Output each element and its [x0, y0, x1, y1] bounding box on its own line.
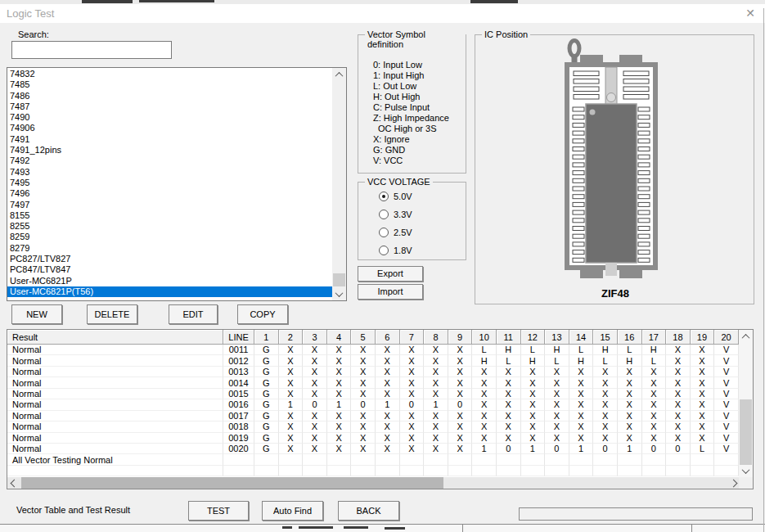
scroll-up-icon[interactable] — [332, 68, 346, 81]
vector-cell — [593, 466, 618, 476]
edit-button[interactable]: EDIT — [169, 304, 218, 324]
vector-cell — [279, 466, 304, 476]
list-item[interactable]: 7495 — [7, 178, 332, 188]
auto-find-button[interactable]: Auto Find — [262, 501, 323, 521]
list-scrollbar[interactable] — [332, 68, 346, 300]
vector-cell: X — [400, 355, 425, 366]
vector-cell: X — [279, 355, 304, 366]
vector-cell — [424, 454, 448, 465]
vector-cell: X — [497, 367, 521, 377]
vector-cell: X — [327, 377, 352, 388]
vector-cell: X — [666, 422, 691, 432]
list-item[interactable]: User-MC6821P(T56) — [7, 286, 332, 297]
list-item[interactable]: 7496 — [7, 188, 332, 199]
copy-button[interactable]: COPY — [237, 304, 288, 324]
scroll-right-icon[interactable] — [727, 477, 740, 489]
scroll-left-icon[interactable] — [7, 477, 20, 489]
vector-cell: X — [424, 422, 448, 432]
vector-cell: X — [618, 389, 642, 399]
device-listbox[interactable]: 7483274857486748774907490674917491_12pin… — [7, 67, 347, 301]
list-item[interactable]: 7486 — [7, 91, 332, 101]
ic-position-group-title: IC Position — [482, 29, 530, 39]
table-vertical-scrollbar[interactable] — [739, 330, 753, 477]
table-horizontal-scrollbar[interactable] — [7, 477, 740, 489]
vector-cell: X — [400, 433, 425, 444]
list-item[interactable]: PC827/LTV827 — [7, 254, 332, 264]
vector-cell: X — [327, 444, 352, 454]
scrollbar-thumb[interactable] — [333, 273, 345, 286]
line-cell — [223, 454, 254, 465]
list-item[interactable]: 7492 — [7, 156, 332, 166]
vector-cell: X — [448, 345, 473, 355]
vector-cell — [351, 466, 376, 476]
search-label: Search: — [18, 29, 49, 39]
list-item[interactable]: 7491_12pins — [7, 145, 332, 156]
list-item[interactable]: 7490 — [7, 112, 332, 123]
result-cell: Normal — [7, 399, 223, 410]
list-item[interactable]: 7493 — [7, 167, 332, 178]
vector-cell: L — [521, 345, 546, 355]
vector-cell: X — [303, 367, 327, 377]
import-button[interactable]: Import — [358, 284, 423, 300]
new-button[interactable]: NEW — [11, 304, 62, 324]
list-item[interactable]: 8255 — [7, 221, 332, 232]
vector-cell — [521, 454, 546, 465]
vector-cell: V — [714, 422, 739, 432]
scrollbar-thumb[interactable] — [740, 399, 752, 465]
test-button[interactable]: TEST — [188, 501, 249, 521]
vector-cell: G — [254, 367, 279, 377]
vector-cell: X — [497, 411, 521, 422]
vcc-option[interactable]: 2.5V — [379, 227, 466, 237]
vector-cell: X — [303, 345, 327, 355]
scrollbar-thumb[interactable] — [21, 477, 443, 489]
list-item[interactable]: PC847/LTV847 — [7, 264, 332, 275]
vector-cell: H — [472, 355, 497, 366]
list-item[interactable]: User-MC6821P — [7, 276, 332, 286]
background-artifact — [0, 524, 765, 532]
vcc-option[interactable]: 5.0V — [379, 191, 466, 201]
symbol-definition-line: L: Out Low — [373, 81, 466, 92]
scroll-up-icon[interactable] — [739, 330, 753, 343]
table-row: Normal0017GXXXXXXXXXXXXXXXXXXV — [7, 411, 753, 422]
vector-cell: X — [376, 389, 400, 399]
scroll-down-icon[interactable] — [739, 464, 753, 477]
list-item[interactable]: 7491 — [7, 134, 332, 145]
vector-cell — [691, 466, 715, 476]
export-button[interactable]: Export — [358, 266, 423, 282]
list-item[interactable]: 7485 — [7, 79, 332, 90]
back-button[interactable]: BACK — [338, 501, 399, 521]
table-row: Normal0011GXXXXXXXXLHLHLHLHXXV — [7, 345, 753, 355]
vector-result-table[interactable]: ResultLINE123456789101112131415161718192… — [7, 329, 754, 489]
list-item[interactable]: 8155 — [7, 210, 332, 221]
list-item[interactable]: 8279 — [7, 243, 332, 254]
vcc-option[interactable]: 1.8V — [379, 245, 466, 255]
table-header-cell: 18 — [666, 330, 691, 345]
vcc-option[interactable]: 3.3V — [379, 209, 466, 219]
list-item[interactable]: 74832 — [7, 69, 332, 79]
radio-button-icon[interactable] — [379, 210, 389, 219]
list-item[interactable]: 8259 — [7, 232, 332, 242]
radio-button-icon[interactable] — [379, 192, 389, 201]
vector-cell — [642, 466, 667, 476]
list-item[interactable]: 7487 — [7, 101, 332, 112]
vector-cell: X — [618, 411, 642, 422]
list-item[interactable]: 74906 — [7, 123, 332, 133]
vector-cell: X — [642, 367, 667, 377]
vector-cell: L — [472, 345, 497, 355]
close-icon[interactable]: ✕ — [741, 6, 759, 21]
vector-cell: X — [569, 399, 594, 410]
vector-cell: X — [642, 422, 667, 432]
vector-cell: X — [279, 433, 304, 444]
radio-button-icon[interactable] — [379, 228, 389, 237]
vector-cell: X — [351, 422, 376, 432]
delete-button[interactable]: DELETE — [87, 304, 137, 324]
symbol-definition-line: OC High or 3S — [378, 124, 466, 134]
table-row: Normal0014GXXXXXXXXXXXXXXXXXXV — [7, 377, 753, 388]
search-input[interactable] — [11, 41, 172, 59]
scroll-down-icon[interactable] — [332, 287, 346, 300]
list-item[interactable]: 7497 — [7, 200, 332, 210]
vector-cell: X — [691, 377, 715, 388]
vector-cell: X — [521, 389, 546, 399]
radio-button-icon[interactable] — [379, 246, 389, 255]
bottom-caption: Vector Table and Test Result — [16, 505, 130, 515]
